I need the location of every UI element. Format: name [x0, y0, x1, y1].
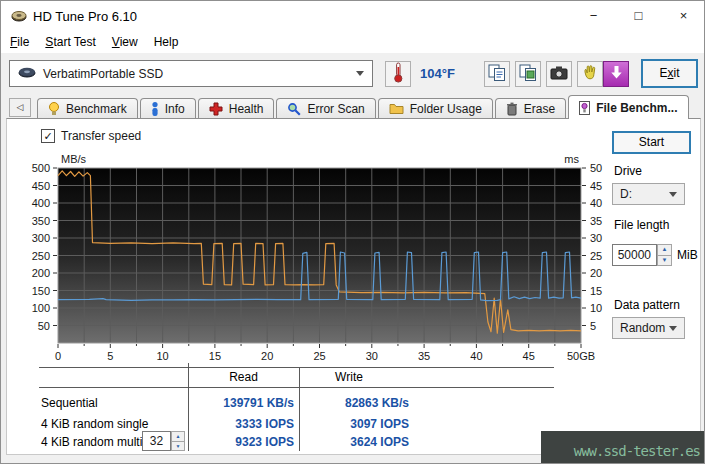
data-pattern-select[interactable]: Random — [612, 317, 685, 339]
table-line-top — [39, 367, 554, 368]
screenshot-button[interactable] — [546, 61, 572, 87]
transfer-speed-option: ✓ Transfer speed — [41, 129, 141, 143]
svg-text:30: 30 — [366, 350, 378, 362]
svg-text:20: 20 — [590, 267, 602, 279]
svg-text:5: 5 — [107, 350, 113, 362]
tab-health[interactable]: Health — [198, 98, 275, 119]
tab-benchmark[interactable]: Benchmark — [37, 98, 138, 119]
svg-text:MB/s: MB/s — [61, 153, 87, 165]
svg-text:45: 45 — [523, 350, 535, 362]
tab-scroll-left-icon[interactable]: ◁ — [9, 98, 31, 117]
tab-file-benchmark[interactable]: File Benchm... — [568, 95, 688, 119]
svg-text:500: 500 — [32, 162, 50, 174]
tab-erase[interactable]: Erase — [495, 98, 566, 119]
data-pattern-label: Data pattern — [614, 298, 680, 312]
trash-icon — [506, 102, 518, 116]
svg-text:35: 35 — [590, 215, 602, 227]
tab-folder-usage[interactable]: Folder Usage — [378, 98, 493, 119]
svg-text:5: 5 — [590, 320, 596, 332]
magnifier-icon — [287, 102, 301, 116]
svg-text:150: 150 — [32, 285, 50, 297]
camera-icon — [550, 65, 568, 83]
disk-icon — [18, 67, 36, 81]
svg-text:15: 15 — [209, 350, 221, 362]
device-select[interactable]: VerbatimPortable SSD — [9, 60, 373, 87]
queue-depth-input[interactable]: 32 — [142, 431, 171, 451]
menu-file[interactable]: File — [3, 33, 36, 51]
tab-error-scan[interactable]: Error Scan — [276, 98, 375, 119]
transfer-speed-checkbox[interactable]: ✓ — [41, 129, 55, 143]
menu-bar: File Start Test View Help — [1, 31, 705, 53]
read-header: Read — [188, 370, 299, 384]
svg-text:40: 40 — [470, 350, 482, 362]
svg-text:45: 45 — [590, 180, 602, 192]
svg-text:10: 10 — [156, 350, 168, 362]
title-bar: HD Tune Pro 6.10 − □ × — [1, 1, 705, 31]
random-single-read-value: 3333 IOPS — [188, 417, 294, 431]
svg-text:15: 15 — [590, 285, 602, 297]
download-button[interactable] — [603, 61, 629, 87]
svg-text:50: 50 — [38, 320, 50, 332]
svg-text:200: 200 — [32, 267, 50, 279]
maximize-button[interactable]: □ — [616, 1, 661, 31]
sequential-read-value: 139791 KB/s — [188, 396, 294, 410]
chevron-down-icon — [669, 326, 677, 331]
svg-text:50: 50 — [590, 162, 602, 174]
random-multi-read-value: 9323 IOPS — [188, 435, 294, 449]
file-benchmark-icon — [579, 101, 590, 115]
device-name: VerbatimPortable SSD — [43, 67, 356, 81]
info-icon — [151, 102, 159, 116]
svg-text:450: 450 — [32, 180, 50, 192]
svg-text:350: 350 — [32, 215, 50, 227]
benchmark-chart: 5004504003503002502001501005050454035302… — [31, 151, 606, 363]
svg-text:20: 20 — [261, 350, 273, 362]
folder-icon — [389, 103, 404, 115]
write-header: Write — [299, 370, 399, 384]
watermark: www.ssd-tester.es — [541, 431, 705, 464]
start-button[interactable]: Start — [612, 131, 691, 154]
hd-tune-window: HD Tune Pro 6.10 − □ × File Start Test V… — [0, 0, 705, 464]
transfer-speed-label: Transfer speed — [61, 129, 141, 143]
chevron-down-icon — [356, 71, 364, 76]
menu-start-test[interactable]: Start Test — [38, 33, 102, 51]
copy-text-icon — [488, 64, 506, 85]
thermometer-icon — [393, 62, 404, 86]
svg-text:ms: ms — [564, 153, 579, 165]
svg-text:25: 25 — [313, 350, 325, 362]
copy-image-icon — [519, 64, 537, 85]
chevron-down-icon — [669, 192, 677, 197]
queue-depth-spinner: ▲ ▼ — [171, 431, 185, 451]
temperature-button[interactable] — [385, 61, 411, 87]
svg-text:0: 0 — [55, 350, 61, 362]
menu-view[interactable]: View — [105, 33, 145, 51]
svg-text:10: 10 — [590, 302, 602, 314]
sequential-write-value: 82863 KB/s — [299, 396, 409, 410]
save-button[interactable] — [577, 61, 603, 87]
copy-text-button[interactable] — [484, 61, 510, 87]
spin-down-icon[interactable]: ▼ — [657, 256, 672, 267]
drive-label: Drive — [614, 164, 642, 178]
file-length-label: File length — [614, 218, 669, 232]
drive-select[interactable]: D: — [612, 183, 685, 205]
svg-text:25: 25 — [590, 250, 602, 262]
svg-text:30: 30 — [590, 232, 602, 244]
exit-button[interactable]: Exit — [641, 59, 698, 88]
table-line-header — [39, 387, 554, 388]
menu-help[interactable]: Help — [147, 33, 186, 51]
tab-info[interactable]: Info — [140, 98, 196, 119]
svg-text:300: 300 — [32, 232, 50, 244]
row-sequential-label: Sequential — [41, 396, 98, 410]
spin-down-icon[interactable]: ▼ — [171, 442, 185, 452]
window-title: HD Tune Pro 6.10 — [33, 9, 137, 24]
row-random-multi-label: 4 KiB random multi — [41, 435, 142, 449]
close-button[interactable]: × — [661, 1, 705, 31]
random-multi-write-value: 3624 IOPS — [299, 435, 409, 449]
spin-up-icon[interactable]: ▲ — [657, 244, 672, 256]
spin-up-icon[interactable]: ▲ — [171, 431, 185, 442]
file-length-input[interactable]: 50000 — [612, 244, 657, 266]
hand-icon — [582, 65, 598, 84]
toolbar: VerbatimPortable SSD 104°F Exit — [1, 53, 705, 95]
app-icon — [11, 8, 27, 27]
minimize-button[interactable]: − — [571, 1, 616, 31]
copy-image-button[interactable] — [515, 61, 541, 87]
